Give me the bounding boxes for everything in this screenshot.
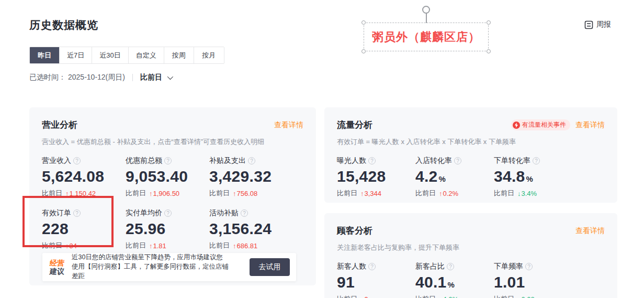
metric-entry-conversion: 入店转化率? 4.2% 比前日↑0.2% (415, 156, 494, 198)
delta-arrow-icon: ↓ (517, 190, 521, 197)
business-card-title: 营业分析 (42, 119, 77, 131)
help-icon[interactable]: ? (447, 263, 454, 270)
help-icon[interactable]: ? (73, 157, 81, 164)
help-icon[interactable]: ? (368, 157, 376, 164)
metric-order-conversion: 下单转化率? 34.8% 比前日↓3.4% (494, 156, 578, 198)
customer-card-desc: 关注新老客占比与复购率，提升下单频率 (337, 243, 605, 252)
metric-order-frequency: 下单频率? 1.01 比前日↓0.02 (494, 262, 578, 298)
business-analysis-card: 营业分析 查看详情 营业收入 = 优惠前总额 - 补贴及支出，点击“查看详情”可… (29, 107, 316, 285)
delta-arrow-icon: ↑ (149, 242, 153, 250)
delta-arrow-icon: ↑ (439, 190, 443, 197)
metric-pre-discount-total: 优惠前总额? 9,053.40 比前日↑1,906.50 (126, 156, 209, 198)
selected-time-label: 已选时间： (29, 73, 66, 82)
help-icon[interactable]: ? (164, 209, 172, 217)
metric-activity-subsidy: 活动补贴? 3,156.24 比前日↑686.81 (209, 208, 303, 250)
selected-time-value: 2025-10-12(周日) (68, 73, 125, 82)
business-card-desc: 营业收入 = 优惠前总额 - 补贴及支出，点击“查看详情”可查看历史收入明细 (42, 137, 303, 147)
help-icon[interactable]: ? (248, 157, 255, 164)
suggestion-banner: 经营 建议 近30日您的店铺营业额呈下降趋势，应用市场建议您使用【同行洞察】工具… (42, 253, 296, 281)
help-icon[interactable]: ? (164, 157, 172, 164)
help-icon[interactable]: ? (368, 263, 376, 270)
store-name: 粥员外（麒麟区店） (364, 23, 488, 51)
tab-yesterday[interactable]: 昨日 (30, 47, 60, 63)
lightning-icon (513, 122, 520, 129)
delta-arrow-icon: ↓ (517, 295, 521, 298)
page-title: 历史数据概览 (29, 18, 98, 32)
traffic-detail-link[interactable]: 查看详情 (575, 120, 605, 130)
metric-valid-orders: 有效订单? 228 比前日↑34 (42, 208, 126, 250)
traffic-event-badge[interactable]: 有流量相关事件 (511, 119, 570, 130)
tab-custom[interactable]: 自定义 (129, 47, 164, 63)
delta-arrow-icon: ↑ (233, 190, 236, 197)
help-icon[interactable]: ? (241, 209, 248, 217)
customer-metrics: 新客人数? 91 比前日↑9 新客占比? 40.1% 比前日↓4.0% 下单频率… (337, 262, 605, 298)
metric-exposure-users: 曝光人数? 15,428 比前日↑3,344 (337, 156, 415, 198)
rotate-handle[interactable] (422, 6, 430, 14)
delta-arrow-icon: ↑ (360, 295, 364, 298)
weekly-report-button[interactable]: 周报 (584, 20, 611, 29)
compare-dropdown[interactable]: 比前日 (140, 73, 172, 82)
metric-new-customer-ratio: 新客占比? 40.1% 比前日↓4.0% (415, 262, 494, 298)
metric-new-customers: 新客人数? 91 比前日↑9 (337, 262, 415, 298)
traffic-analysis-card: 流量分析 有流量相关事件 查看详情 有效订单 = 曝光人数 x 入店转化率 x … (324, 107, 617, 203)
traffic-card-title: 流量分析 (337, 119, 372, 131)
help-icon[interactable]: ? (533, 157, 540, 164)
weekly-report-label: 周报 (596, 20, 611, 29)
suggestion-badge-logo: 经营 建议 (50, 259, 64, 275)
delta-arrow-icon: ↑ (65, 190, 69, 197)
tab-by-week[interactable]: 按周 (164, 47, 194, 63)
customer-analysis-card: 顾客分析 查看详情 关注新老客占比与复购率，提升下单频率 新客人数? 91 比前… (324, 213, 617, 298)
try-it-button[interactable]: 去试用 (250, 258, 290, 276)
tab-by-month[interactable]: 按月 (194, 47, 224, 63)
selected-time-row: 已选时间： 2025-10-12(周日) 比前日 (29, 73, 172, 82)
compare-dropdown-label: 比前日 (140, 73, 162, 82)
help-icon[interactable]: ? (73, 209, 81, 217)
customer-card-title: 顾客分析 (337, 225, 372, 237)
tab-last-30-days[interactable]: 近30日 (92, 47, 128, 63)
delta-arrow-icon: ↑ (360, 190, 364, 197)
store-name-annotation: 粥员外（麒麟区店） (364, 23, 489, 51)
traffic-metrics: 曝光人数? 15,428 比前日↑3,344 入店转化率? 4.2% 比前日↑0… (337, 156, 605, 198)
divider (132, 74, 133, 81)
metric-subsidy-expense: 补贴及支出? 3,429.32 比前日↑756.08 (209, 156, 303, 198)
delta-arrow-icon: ↓ (439, 295, 443, 298)
help-icon[interactable]: ? (454, 157, 461, 164)
suggestion-text: 近30日您的店铺营业额呈下降趋势，应用市场建议您使用【同行洞察】工具，了解更多同… (72, 253, 229, 281)
business-detail-link[interactable]: 查看详情 (274, 120, 303, 130)
help-icon[interactable]: ? (525, 263, 533, 270)
tab-last-7-days[interactable]: 近7日 (60, 47, 92, 63)
delta-arrow-icon: ↑ (233, 242, 236, 250)
delta-arrow-icon: ↑ (65, 242, 69, 250)
date-range-tabs: 昨日 近7日 近30日 自定义 按周 按月 (29, 47, 224, 64)
customer-detail-link[interactable]: 查看详情 (575, 226, 605, 236)
chevron-down-icon (167, 74, 173, 80)
delta-arrow-icon: ↑ (149, 190, 153, 197)
business-metrics: 营业收入? 5,624.08 比前日↑1,150.42 优惠前总额? 9,053… (42, 156, 303, 250)
traffic-card-desc: 有效订单 = 曝光人数 x 入店转化率 x 下单转化率 x 下单频率 (337, 137, 605, 147)
metric-revenue: 营业收入? 5,624.08 比前日↑1,150.42 (42, 156, 126, 198)
report-icon (584, 20, 593, 29)
metric-avg-paid-price: 实付单均价? 25.96 比前日↑1.81 (126, 208, 209, 250)
rotate-handle-stem (426, 13, 427, 23)
